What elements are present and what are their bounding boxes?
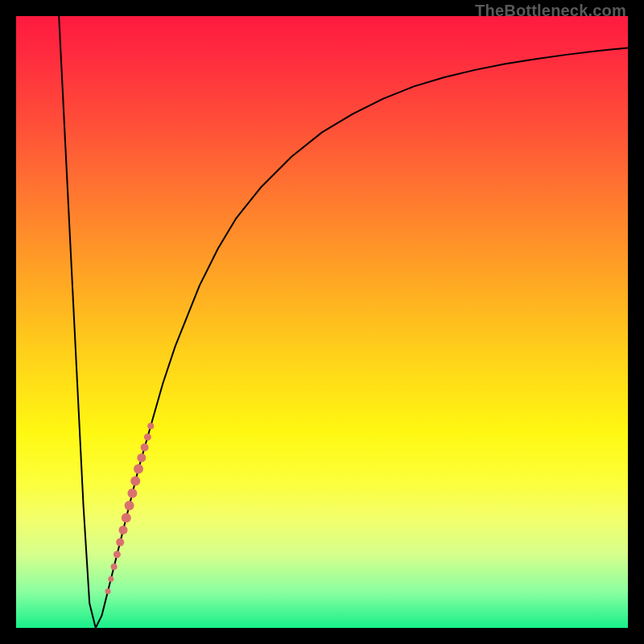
- marker-dot: [116, 539, 124, 547]
- marker-dot: [108, 576, 114, 582]
- chart-frame: TheBottleneck.com: [0, 0, 644, 644]
- marker-dot: [125, 501, 134, 510]
- marker-dot: [144, 433, 151, 440]
- marker-dot: [111, 564, 118, 570]
- marker-dot: [114, 551, 121, 558]
- marker-dot: [137, 453, 146, 462]
- marker-dot: [130, 477, 140, 486]
- marker-dot: [134, 464, 143, 473]
- marker-dot: [119, 526, 128, 535]
- marker-dot: [147, 423, 154, 429]
- highlight-markers: [105, 423, 155, 594]
- marker-dot: [122, 513, 131, 522]
- bottleneck-curve: [59, 16, 628, 628]
- marker-dot: [105, 588, 111, 594]
- marker-dot: [127, 489, 137, 498]
- marker-dot: [141, 444, 149, 452]
- plot-area: [16, 16, 628, 628]
- watermark-text: TheBottleneck.com: [475, 2, 626, 20]
- chart-svg: [16, 16, 628, 628]
